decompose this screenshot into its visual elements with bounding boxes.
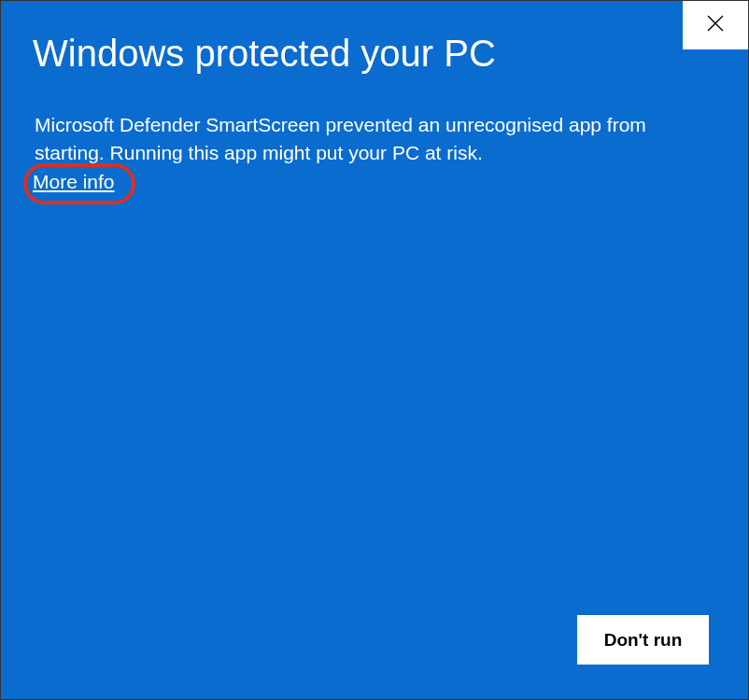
- dont-run-button[interactable]: Don't run: [577, 615, 709, 665]
- close-icon: [707, 15, 724, 35]
- dialog-message: Microsoft Defender SmartScreen prevented…: [35, 111, 711, 168]
- smartscreen-dialog: Windows protected your PC Microsoft Defe…: [0, 0, 749, 700]
- more-info-link[interactable]: More info: [33, 171, 115, 193]
- close-button[interactable]: [683, 1, 748, 49]
- more-info-container: More info: [23, 167, 115, 193]
- dialog-title: Windows protected your PC: [33, 33, 496, 75]
